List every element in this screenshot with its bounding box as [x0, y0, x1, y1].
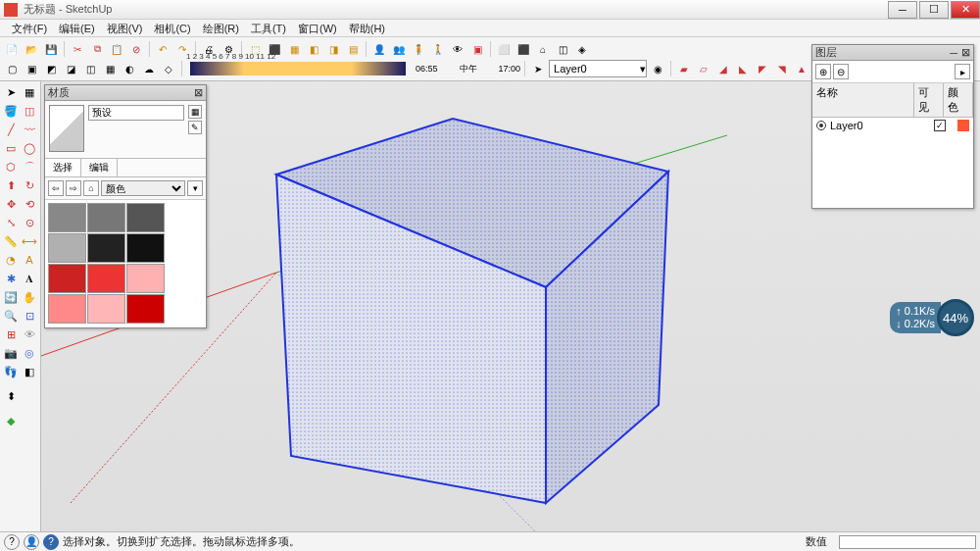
layer-color-swatch[interactable] — [957, 120, 969, 131]
sandbox1-icon[interactable]: ▰ — [675, 60, 693, 77]
new-icon[interactable]: 📄 — [3, 40, 21, 58]
person-icon[interactable]: 👤 — [370, 40, 388, 58]
materials-panel[interactable]: 材质 ⊠ ▦ ✎ 选择 编辑 ⇦ ⇨ ⌂ 颜色 ▾ — [44, 84, 207, 328]
position-camera-icon[interactable]: 📷 — [2, 344, 20, 362]
person3-icon[interactable]: 🧍 — [410, 40, 427, 58]
offset-tool-icon[interactable]: ⊙ — [21, 214, 38, 231]
layer-add-icon[interactable]: ⊕ — [815, 64, 831, 79]
layer-remove-icon[interactable]: ⊖ — [833, 64, 849, 79]
walk-icon[interactable]: 🚶 — [429, 40, 447, 58]
sandbox3-icon[interactable]: ◢ — [714, 60, 732, 77]
extra-tool-icon[interactable]: ⬍ — [2, 387, 20, 405]
follow-tool-icon[interactable]: ↻ — [21, 176, 38, 194]
layers-panel[interactable]: 图层 ─ ⊠ ⊕ ⊖ ▸ 名称 可见 颜色 Layer0 ✓ — [811, 44, 974, 209]
undo-icon[interactable]: ↶ — [154, 40, 172, 58]
plugin-tool-icon[interactable]: ◆ — [2, 412, 20, 429]
materials-tab-edit[interactable]: 编辑 — [81, 159, 118, 176]
material-swatch[interactable] — [126, 264, 165, 293]
material-create-icon[interactable]: ▦ — [188, 105, 202, 119]
status-help-icon[interactable]: ? — [43, 534, 59, 550]
line-tool-icon[interactable]: ╱ — [2, 121, 20, 138]
material-swatch[interactable] — [126, 203, 165, 232]
cut-icon[interactable]: ✂ — [69, 40, 86, 58]
menu-tools[interactable]: 工具(T) — [245, 20, 292, 36]
layers-panel-close-icon[interactable]: ─ — [950, 47, 957, 59]
status-info-icon[interactable]: ? — [4, 534, 20, 550]
sandbox6-icon[interactable]: ◥ — [773, 60, 791, 77]
edges-icon[interactable]: ◇ — [160, 60, 177, 77]
menu-help[interactable]: 帮助(H) — [343, 20, 391, 36]
layer-tool-icon[interactable]: ▦ — [285, 40, 303, 58]
sandbox5-icon[interactable]: ◤ — [754, 60, 771, 77]
layer-dropdown[interactable]: Layer0 ▾ — [549, 60, 647, 77]
network-monitor-widget[interactable]: ↑ 0.1K/s ↓ 0.2K/s 44% — [890, 299, 974, 336]
zoom-extents-icon[interactable]: ⊞ — [2, 326, 20, 343]
tape-tool-icon[interactable]: 📏 — [2, 232, 20, 250]
layer-visible-checkbox[interactable]: ✓ — [934, 120, 946, 131]
select-tool-icon[interactable]: ➤ — [2, 83, 20, 101]
hide-icon[interactable]: 👁 — [449, 40, 466, 58]
material-tool-icon[interactable]: ◧ — [305, 40, 322, 58]
material-swatch[interactable] — [87, 264, 125, 293]
fog-icon[interactable]: ☁ — [140, 60, 158, 77]
hidden-line-icon[interactable]: ▣ — [23, 60, 40, 77]
text-tool-icon[interactable]: A — [21, 251, 38, 269]
mono-icon[interactable]: ◫ — [81, 60, 99, 77]
xray-icon[interactable]: ▣ — [468, 40, 486, 58]
scenes-icon[interactable]: ▤ — [344, 40, 362, 58]
materials-tab-select[interactable]: 选择 — [45, 159, 81, 176]
cursor-icon[interactable]: ➤ — [529, 60, 547, 77]
style-panel-icon[interactable]: ▦ — [101, 60, 119, 77]
move-tool-icon[interactable]: ✥ — [2, 195, 20, 213]
shaded-icon[interactable]: ◩ — [42, 60, 60, 77]
save-icon[interactable]: 💾 — [42, 40, 60, 58]
walk-tool-icon[interactable]: 👣 — [2, 363, 20, 380]
eraser-tool-icon[interactable]: ◫ — [21, 102, 38, 120]
rotate-tool-icon[interactable]: ⟲ — [21, 195, 38, 213]
paste-icon[interactable]: 📋 — [108, 40, 125, 58]
sandbox2-icon[interactable]: ▱ — [695, 60, 712, 77]
copy-icon[interactable]: ⧉ — [88, 40, 106, 58]
status-value-input[interactable] — [839, 535, 976, 549]
minimize-button[interactable]: ─ — [888, 1, 917, 19]
scale-tool-icon[interactable]: ⤡ — [2, 214, 20, 231]
open-icon[interactable]: 📂 — [23, 40, 40, 58]
layer-options-icon[interactable]: ◉ — [649, 60, 666, 77]
orbit-tool-icon[interactable]: 🔄 — [2, 288, 20, 306]
maximize-button[interactable]: ☐ — [919, 1, 949, 19]
iso-icon[interactable]: ⬜ — [495, 40, 513, 58]
top-icon[interactable]: ⬛ — [514, 40, 532, 58]
rect-tool-icon[interactable]: ▭ — [2, 139, 20, 157]
paint-tool-icon[interactable]: 🪣 — [2, 102, 20, 120]
perspective-icon[interactable]: ◈ — [573, 40, 591, 58]
material-fwd-icon[interactable]: ⇨ — [66, 180, 81, 196]
menu-window[interactable]: 窗口(W) — [292, 20, 343, 36]
sandbox7-icon[interactable]: ▲ — [793, 60, 810, 77]
wireframe-icon[interactable]: ▢ — [3, 60, 21, 77]
person2-icon[interactable]: 👥 — [390, 40, 408, 58]
layer-menu-icon[interactable]: ▸ — [955, 64, 970, 79]
material-back-icon[interactable]: ⇦ — [48, 180, 64, 196]
textured-icon[interactable]: ◪ — [62, 60, 79, 77]
material-swatch[interactable] — [48, 294, 86, 324]
menu-file[interactable]: 文件(F) — [6, 20, 53, 36]
section-tool-icon[interactable]: ◧ — [21, 363, 38, 380]
pushpull-tool-icon[interactable]: ⬆ — [2, 176, 20, 194]
material-swatch[interactable] — [48, 203, 86, 232]
side-icon[interactable]: ◫ — [554, 40, 571, 58]
material-swatch[interactable] — [87, 203, 125, 232]
layer-col-name[interactable]: 名称 — [812, 83, 914, 117]
material-swatch[interactable] — [126, 294, 165, 324]
zoom-tool-icon[interactable]: 🔍 — [2, 307, 20, 325]
menu-camera[interactable]: 相机(C) — [148, 20, 196, 36]
styles-icon[interactable]: ◨ — [324, 40, 342, 58]
shadow-icon[interactable]: ◐ — [121, 60, 138, 77]
materials-panel-close-icon[interactable]: ⊠ — [194, 86, 203, 99]
material-swatch[interactable] — [87, 294, 125, 324]
menu-draw[interactable]: 绘图(R) — [197, 20, 245, 36]
status-geo-icon[interactable]: 👤 — [24, 534, 39, 550]
material-swatch[interactable] — [126, 233, 165, 263]
material-sample-icon[interactable]: ✎ — [188, 121, 202, 134]
menu-view[interactable]: 视图(V) — [101, 20, 149, 36]
layer-row[interactable]: Layer0 ✓ — [812, 118, 973, 133]
